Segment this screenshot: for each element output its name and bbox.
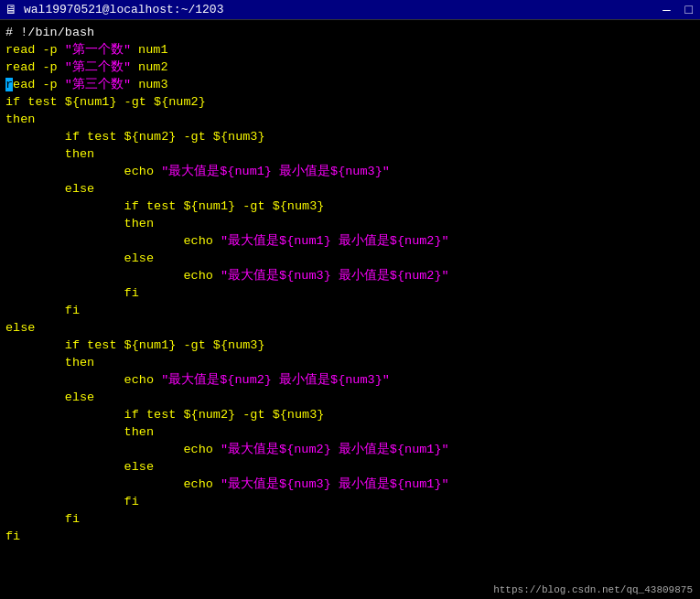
code-line: echo "最大值是${num2} 最小值是${num3}" bbox=[5, 371, 695, 389]
title-bar-left: 🖥 wal19970521@localhost:~/1203 bbox=[4, 3, 223, 17]
code-span: else bbox=[5, 390, 94, 404]
code-span: fi bbox=[5, 529, 20, 543]
code-line: read -p "第三个数" num3 bbox=[5, 76, 695, 93]
terminal-body: # !/bin/bashread -p "第一个数" num1read -p "… bbox=[0, 20, 700, 599]
code-span: fi bbox=[5, 495, 139, 508]
code-span: if test ${num2} -gt ${num3} bbox=[5, 408, 324, 422]
code-line: if test ${num1} -gt ${num3} bbox=[5, 337, 695, 354]
code-line: echo "最大值是${num2} 最小值是${num1}" bbox=[5, 441, 695, 458]
code-span: fi bbox=[5, 512, 80, 526]
code-span: "最大值是${num2} 最小值是${num3}" bbox=[161, 373, 390, 387]
code-line: echo "最大值是${num3} 最小值是${num2}" bbox=[5, 267, 695, 284]
code-span: "第二个数" bbox=[65, 60, 131, 74]
code-line: else bbox=[5, 250, 695, 267]
code-span: num2 bbox=[131, 60, 168, 74]
code-line: else bbox=[5, 180, 695, 198]
code-span: then bbox=[5, 112, 35, 126]
code-line: echo "最大值是${num1} 最小值是${num3}" bbox=[5, 163, 695, 180]
code-span: if test ${num1} -gt ${num3} bbox=[5, 338, 265, 352]
code-line: fi bbox=[5, 510, 695, 528]
code-line: if test ${num2} -gt ${num3} bbox=[5, 128, 695, 145]
code-line: else bbox=[5, 319, 695, 337]
code-span: "第一个数" bbox=[65, 43, 131, 57]
code-span: "最大值是${num2} 最小值是${num1}" bbox=[221, 443, 449, 456]
code-span: then bbox=[5, 147, 94, 161]
code-span: else bbox=[5, 460, 154, 474]
minimize-button[interactable]: — bbox=[659, 3, 673, 17]
code-span: else bbox=[5, 321, 35, 335]
code-content: # !/bin/bashread -p "第一个数" num1read -p "… bbox=[5, 24, 695, 545]
code-line: echo "最大值是${num3} 最小值是${num1}" bbox=[5, 476, 695, 493]
code-line: read -p "第二个数" num2 bbox=[5, 59, 695, 76]
code-line: if test ${num1} -gt ${num3} bbox=[5, 198, 695, 215]
code-line: read -p "第一个数" num1 bbox=[5, 41, 695, 59]
maximize-button[interactable]: □ bbox=[682, 3, 696, 17]
code-span: then bbox=[5, 425, 154, 439]
code-line: fi bbox=[5, 284, 695, 302]
code-span: echo bbox=[5, 165, 161, 178]
code-line: then bbox=[5, 354, 695, 371]
code-line: else bbox=[5, 389, 695, 406]
watermark: https://blog.csdn.net/qq_43809875 bbox=[493, 584, 693, 595]
code-span: "最大值是${num1} 最小值是${num2}" bbox=[221, 234, 449, 248]
code-span: echo bbox=[5, 443, 221, 456]
code-line: then bbox=[5, 423, 695, 441]
code-line: else bbox=[5, 458, 695, 476]
code-span: "最大值是${num1} 最小值是${num3}" bbox=[161, 165, 390, 178]
cursor: r bbox=[5, 78, 13, 91]
code-line: fi bbox=[5, 493, 695, 510]
code-span: "第三个数" bbox=[65, 78, 131, 91]
title-bar: 🖥 wal19970521@localhost:~/1203 — □ bbox=[0, 0, 700, 20]
code-span: "最大值是${num3} 最小值是${num2}" bbox=[221, 269, 449, 283]
code-span: echo bbox=[5, 477, 221, 491]
code-line: then bbox=[5, 111, 695, 128]
code-span: read -p bbox=[5, 60, 65, 74]
code-line: fi bbox=[5, 302, 695, 319]
code-span: echo bbox=[5, 373, 161, 387]
code-span: if test ${num1} -gt ${num2} bbox=[5, 95, 206, 109]
window-controls: — □ bbox=[659, 3, 696, 17]
code-line: echo "最大值是${num1} 最小值是${num2}" bbox=[5, 232, 695, 250]
code-span: echo bbox=[5, 269, 221, 283]
code-line: fi bbox=[5, 528, 695, 545]
code-span: then bbox=[5, 356, 94, 369]
code-span: "最大值是${num3} 最小值是${num1}" bbox=[221, 477, 449, 491]
code-span: num1 bbox=[131, 43, 168, 57]
code-span: read -p bbox=[5, 78, 65, 91]
code-line: then bbox=[5, 145, 695, 163]
code-span: num3 bbox=[131, 78, 168, 91]
terminal-icon: 🖥 bbox=[4, 3, 18, 17]
code-span: else bbox=[5, 251, 154, 265]
code-line: # !/bin/bash bbox=[5, 24, 695, 41]
code-span: if test ${num2} -gt ${num3} bbox=[5, 130, 265, 144]
code-span: read -p bbox=[5, 43, 65, 57]
code-span: else bbox=[5, 182, 94, 196]
code-span: fi bbox=[5, 304, 80, 317]
code-span: echo bbox=[5, 234, 221, 248]
code-line: if test ${num1} -gt ${num2} bbox=[5, 93, 695, 111]
code-span: # !/bin/bash bbox=[5, 26, 94, 39]
code-span: fi bbox=[5, 286, 139, 300]
code-span: if test ${num1} -gt ${num3} bbox=[5, 199, 324, 213]
code-span: then bbox=[5, 217, 154, 230]
code-line: if test ${num2} -gt ${num3} bbox=[5, 406, 695, 423]
code-line: then bbox=[5, 215, 695, 232]
window-title: wal19970521@localhost:~/1203 bbox=[24, 3, 223, 16]
